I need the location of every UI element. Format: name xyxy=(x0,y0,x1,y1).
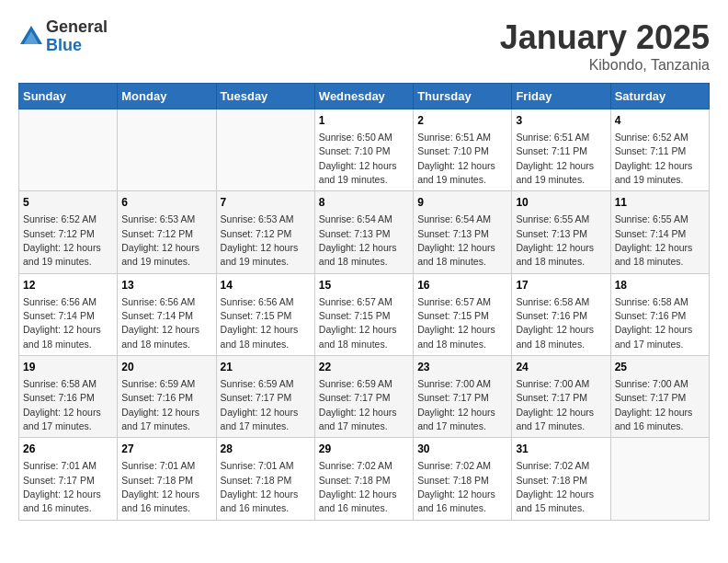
day-info: Sunrise: 7:02 AMSunset: 7:18 PMDaylight:… xyxy=(319,460,397,513)
logo-general-text: General xyxy=(46,18,108,37)
day-number: 24 xyxy=(516,360,606,375)
day-number: 8 xyxy=(319,195,409,211)
calendar-cell: 20Sunrise: 6:59 AMSunset: 7:16 PMDayligh… xyxy=(118,356,216,438)
logo-text: General Blue xyxy=(46,18,108,55)
day-info: Sunrise: 6:57 AMSunset: 7:15 PMDaylight:… xyxy=(417,296,495,350)
day-info: Sunrise: 6:58 AMSunset: 7:16 PMDaylight:… xyxy=(615,296,693,350)
day-number: 5 xyxy=(23,195,113,211)
calendar-body: 1Sunrise: 6:50 AMSunset: 7:10 PMDaylight… xyxy=(19,109,710,521)
calendar-cell: 11Sunrise: 6:55 AMSunset: 7:14 PMDayligh… xyxy=(610,191,709,273)
calendar-cell: 19Sunrise: 6:58 AMSunset: 7:16 PMDayligh… xyxy=(19,356,118,438)
day-info: Sunrise: 7:02 AMSunset: 7:18 PMDaylight:… xyxy=(417,460,495,513)
calendar-cell: 10Sunrise: 6:55 AMSunset: 7:13 PMDayligh… xyxy=(512,191,610,273)
title-block: January 2025 Kibondo, Tanzania xyxy=(500,18,710,74)
calendar-cell: 30Sunrise: 7:02 AMSunset: 7:18 PMDayligh… xyxy=(414,438,512,520)
day-info: Sunrise: 6:50 AMSunset: 7:10 PMDaylight:… xyxy=(319,132,397,185)
week-row-3: 12Sunrise: 6:56 AMSunset: 7:14 PMDayligh… xyxy=(19,273,710,355)
calendar-cell: 4Sunrise: 6:52 AMSunset: 7:11 PMDaylight… xyxy=(610,109,709,191)
calendar-cell: 18Sunrise: 6:58 AMSunset: 7:16 PMDayligh… xyxy=(610,273,709,355)
calendar-cell: 13Sunrise: 6:56 AMSunset: 7:14 PMDayligh… xyxy=(118,273,216,355)
calendar-cell: 5Sunrise: 6:52 AMSunset: 7:12 PMDaylight… xyxy=(19,191,118,273)
calendar-cell: 8Sunrise: 6:54 AMSunset: 7:13 PMDaylight… xyxy=(314,191,413,273)
day-info: Sunrise: 6:59 AMSunset: 7:17 PMDaylight:… xyxy=(221,378,299,431)
calendar-cell: 9Sunrise: 6:54 AMSunset: 7:13 PMDaylight… xyxy=(414,191,512,273)
day-info: Sunrise: 6:52 AMSunset: 7:12 PMDaylight:… xyxy=(23,213,101,267)
week-row-2: 5Sunrise: 6:52 AMSunset: 7:12 PMDaylight… xyxy=(19,191,710,273)
calendar-cell: 7Sunrise: 6:53 AMSunset: 7:12 PMDaylight… xyxy=(216,191,314,273)
day-number: 27 xyxy=(121,442,211,457)
calendar-cell xyxy=(610,438,709,520)
day-info: Sunrise: 7:00 AMSunset: 7:17 PMDaylight:… xyxy=(417,378,495,431)
calendar-cell xyxy=(216,109,314,191)
day-number: 25 xyxy=(615,360,705,375)
calendar-cell: 23Sunrise: 7:00 AMSunset: 7:17 PMDayligh… xyxy=(414,356,512,438)
day-number: 21 xyxy=(221,360,311,375)
calendar-cell: 31Sunrise: 7:02 AMSunset: 7:18 PMDayligh… xyxy=(512,438,610,520)
header-row: SundayMondayTuesdayWednesdayThursdayFrid… xyxy=(19,84,710,109)
day-info: Sunrise: 6:59 AMSunset: 7:17 PMDaylight:… xyxy=(319,378,397,431)
calendar-cell: 3Sunrise: 6:51 AMSunset: 7:11 PMDaylight… xyxy=(512,109,610,191)
day-number: 12 xyxy=(23,278,113,293)
day-info: Sunrise: 6:59 AMSunset: 7:16 PMDaylight:… xyxy=(121,378,199,431)
day-info: Sunrise: 6:54 AMSunset: 7:13 PMDaylight:… xyxy=(319,213,397,267)
day-number: 28 xyxy=(221,442,311,457)
calendar-header: SundayMondayTuesdayWednesdayThursdayFrid… xyxy=(19,84,710,109)
day-info: Sunrise: 6:58 AMSunset: 7:16 PMDaylight:… xyxy=(516,296,594,350)
day-info: Sunrise: 6:57 AMSunset: 7:15 PMDaylight:… xyxy=(319,296,397,350)
day-number: 6 xyxy=(121,195,211,211)
header-cell-wednesday: Wednesday xyxy=(314,84,413,109)
calendar-table: SundayMondayTuesdayWednesdayThursdayFrid… xyxy=(18,83,710,521)
calendar-cell: 14Sunrise: 6:56 AMSunset: 7:15 PMDayligh… xyxy=(216,273,314,355)
day-info: Sunrise: 6:56 AMSunset: 7:14 PMDaylight:… xyxy=(23,296,101,350)
week-row-4: 19Sunrise: 6:58 AMSunset: 7:16 PMDayligh… xyxy=(19,356,710,438)
header-cell-sunday: Sunday xyxy=(19,84,118,109)
day-info: Sunrise: 6:54 AMSunset: 7:13 PMDaylight:… xyxy=(417,213,495,267)
day-number: 11 xyxy=(615,195,705,211)
day-number: 2 xyxy=(417,113,507,129)
header-cell-monday: Monday xyxy=(118,84,216,109)
calendar-cell: 22Sunrise: 6:59 AMSunset: 7:17 PMDayligh… xyxy=(314,356,413,438)
day-number: 26 xyxy=(23,442,113,457)
page-header: General Blue January 2025 Kibondo, Tanza… xyxy=(18,18,710,74)
calendar-cell: 24Sunrise: 7:00 AMSunset: 7:17 PMDayligh… xyxy=(512,356,610,438)
day-number: 20 xyxy=(121,360,211,375)
day-info: Sunrise: 7:00 AMSunset: 7:17 PMDaylight:… xyxy=(516,378,594,431)
day-number: 18 xyxy=(615,278,705,293)
day-info: Sunrise: 6:51 AMSunset: 7:10 PMDaylight:… xyxy=(417,132,495,185)
day-number: 15 xyxy=(319,278,409,293)
week-row-5: 26Sunrise: 7:01 AMSunset: 7:17 PMDayligh… xyxy=(19,438,710,520)
logo-blue-text: Blue xyxy=(46,37,108,55)
calendar-cell: 25Sunrise: 7:00 AMSunset: 7:17 PMDayligh… xyxy=(610,356,709,438)
day-info: Sunrise: 6:52 AMSunset: 7:11 PMDaylight:… xyxy=(615,132,693,185)
calendar-cell: 16Sunrise: 6:57 AMSunset: 7:15 PMDayligh… xyxy=(414,273,512,355)
calendar-cell: 27Sunrise: 7:01 AMSunset: 7:18 PMDayligh… xyxy=(118,438,216,520)
day-number: 30 xyxy=(417,442,507,457)
calendar-cell: 28Sunrise: 7:01 AMSunset: 7:18 PMDayligh… xyxy=(216,438,314,520)
calendar-cell xyxy=(118,109,216,191)
day-number: 4 xyxy=(615,113,705,129)
day-number: 31 xyxy=(516,442,606,457)
day-number: 9 xyxy=(417,195,507,211)
day-number: 29 xyxy=(319,442,409,457)
day-info: Sunrise: 6:55 AMSunset: 7:13 PMDaylight:… xyxy=(516,213,594,267)
logo-icon xyxy=(18,24,44,50)
day-number: 19 xyxy=(23,360,113,375)
day-number: 13 xyxy=(121,278,211,293)
day-info: Sunrise: 7:01 AMSunset: 7:18 PMDaylight:… xyxy=(121,460,199,513)
day-info: Sunrise: 6:51 AMSunset: 7:11 PMDaylight:… xyxy=(516,132,594,185)
day-info: Sunrise: 7:01 AMSunset: 7:18 PMDaylight:… xyxy=(221,460,299,513)
page-title: January 2025 xyxy=(500,18,710,57)
header-cell-tuesday: Tuesday xyxy=(216,84,314,109)
header-cell-saturday: Saturday xyxy=(610,84,709,109)
day-number: 17 xyxy=(516,278,606,293)
header-cell-friday: Friday xyxy=(512,84,610,109)
day-info: Sunrise: 7:00 AMSunset: 7:17 PMDaylight:… xyxy=(615,378,693,431)
day-info: Sunrise: 6:56 AMSunset: 7:15 PMDaylight:… xyxy=(221,296,299,350)
day-number: 22 xyxy=(319,360,409,375)
calendar-cell xyxy=(19,109,118,191)
page-subtitle: Kibondo, Tanzania xyxy=(500,57,710,74)
calendar-cell: 17Sunrise: 6:58 AMSunset: 7:16 PMDayligh… xyxy=(512,273,610,355)
logo: General Blue xyxy=(18,18,108,55)
day-info: Sunrise: 6:53 AMSunset: 7:12 PMDaylight:… xyxy=(221,213,299,267)
day-info: Sunrise: 6:53 AMSunset: 7:12 PMDaylight:… xyxy=(121,213,199,267)
